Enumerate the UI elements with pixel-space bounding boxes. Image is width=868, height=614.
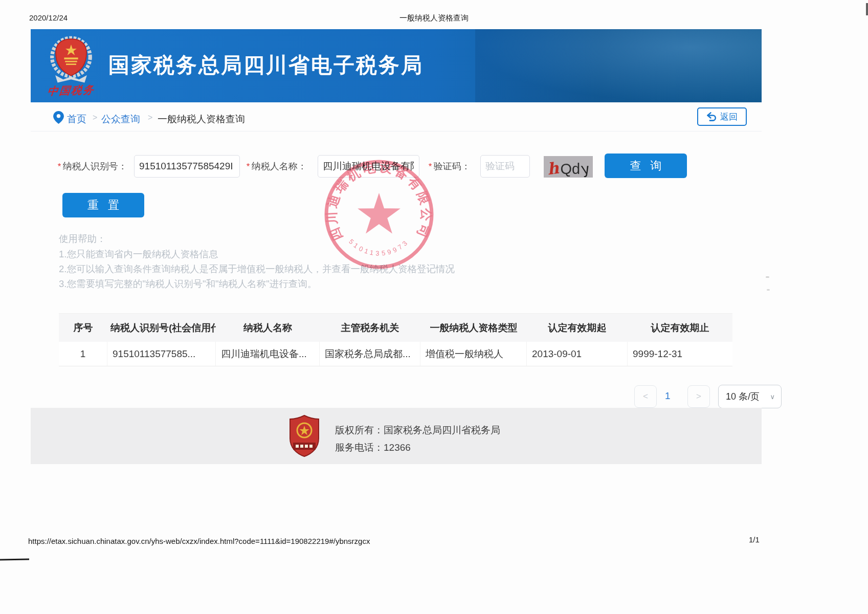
location-pin-icon: [53, 111, 64, 124]
site-footer: 版权所有：国家税务总局四川省税务局 服务电话：12366: [31, 408, 762, 464]
footer-copyright: 版权所有：国家税务总局四川省税务局: [335, 424, 500, 437]
divider: [31, 131, 762, 131]
col-header-valid-from: 认定有效期起: [527, 321, 628, 335]
taxpayer-name-label-text: 纳税人名称：: [252, 161, 307, 171]
pagination-page-1[interactable]: 1: [665, 390, 671, 402]
scan-artifact: [767, 289, 770, 291]
chevron-left-icon: <: [643, 391, 648, 402]
required-mark: *: [57, 162, 61, 171]
col-header-index: 序号: [59, 321, 107, 335]
table-header-row: 序号 纳税人识别号(社会信用代码) 纳税人名称 主管税务机关 一般纳税人资格类型…: [59, 313, 732, 342]
captcha-char: Qd: [560, 162, 580, 177]
results-table: 序号 纳税人识别号(社会信用代码) 纳税人名称 主管税务机关 一般纳税人资格类型…: [59, 313, 732, 366]
scan-artifact: [866, 3, 868, 15]
print-page-indicator: 1/1: [749, 535, 760, 544]
cell-qualification-type: 增值税一般纳税人: [420, 342, 527, 366]
table-row[interactable]: 1 91510113577585... 四川迪瑞机电设备... 国家税务总局成都…: [59, 342, 732, 366]
taxpayer-id-label: *纳税人识别号：: [57, 160, 127, 172]
chevron-right-icon: >: [696, 391, 701, 402]
page-size-value: 10 条/页: [726, 390, 770, 403]
site-title: 国家税务总局四川省电子税务局: [108, 51, 424, 79]
pagination-prev-button[interactable]: <: [634, 385, 657, 408]
breadcrumb-separator: >: [148, 113, 152, 122]
taxpayer-id-label-text: 纳税人识别号：: [63, 161, 127, 171]
scanned-page: 2020/12/24 一般纳税人资格查询 中国税务 国家税务总局四川省电子税务局…: [0, 0, 868, 614]
tax-badge-icon: [289, 415, 320, 457]
scan-artifact: [0, 559, 29, 561]
pagination-next-button[interactable]: >: [687, 385, 710, 408]
cell-taxpayer-id: 91510113577585...: [107, 342, 216, 366]
breadcrumb-current: 一般纳税人资格查询: [158, 113, 245, 126]
col-header-tax-authority: 主管税务机关: [320, 321, 420, 335]
back-button[interactable]: 返回: [697, 107, 747, 126]
cell-index: 1: [59, 342, 107, 366]
chevron-down-icon: ∨: [770, 393, 775, 401]
page-size-select[interactable]: 10 条/页 ∨: [718, 385, 782, 408]
taxpayer-name-label: *纳税人名称：: [246, 160, 307, 172]
breadcrumb-separator: >: [93, 113, 97, 122]
print-title: 一般纳税人资格查询: [0, 13, 868, 23]
captcha-label-text: 验证码：: [434, 161, 471, 171]
site-banner: 中国税务 国家税务总局四川省电子税务局: [31, 29, 762, 102]
footer-hotline: 服务电话：12366: [335, 441, 411, 454]
col-header-taxpayer-name: 纳税人名称: [216, 321, 320, 335]
captcha-image[interactable]: h Qd y: [544, 156, 593, 178]
captcha-char: h: [546, 160, 560, 178]
cell-valid-from: 2013-09-01: [527, 342, 628, 366]
required-mark: *: [246, 162, 250, 171]
tax-emblem-icon: [45, 34, 97, 85]
back-button-label: 返回: [720, 111, 738, 123]
print-url: https://etax.sichuan.chinatax.gov.cn/yhs…: [28, 537, 370, 545]
col-header-qualification-type: 一般纳税人资格类型: [420, 321, 527, 335]
scan-artifact: [766, 276, 769, 278]
reset-button[interactable]: 重 置: [62, 193, 144, 217]
taxpayer-id-input[interactable]: [134, 155, 240, 178]
cell-taxpayer-name: 四川迪瑞机电设备...: [216, 342, 320, 366]
cell-tax-authority: 国家税务总局成都...: [320, 342, 420, 366]
return-arrow-icon: [706, 112, 718, 122]
company-seal: 四川迪瑞机电设备有限公司 5101135997309: [320, 154, 439, 276]
banner-logo-caption: 中国税务: [37, 82, 105, 99]
query-button[interactable]: 查 询: [605, 154, 687, 178]
help-line: 3.您需要填写完整的"纳税人识别号"和"纳税人名称"进行查询。: [59, 276, 455, 291]
captcha-input[interactable]: [480, 155, 530, 178]
col-header-valid-to: 认定有效期止: [628, 321, 732, 335]
breadcrumb-home[interactable]: 首页: [67, 113, 86, 126]
col-header-taxpayer-id: 纳税人识别号(社会信用代码): [107, 321, 216, 335]
cell-valid-to: 9999-12-31: [628, 342, 732, 366]
breadcrumb-public-query[interactable]: 公众查询: [101, 113, 140, 126]
captcha-char: y: [580, 161, 591, 177]
